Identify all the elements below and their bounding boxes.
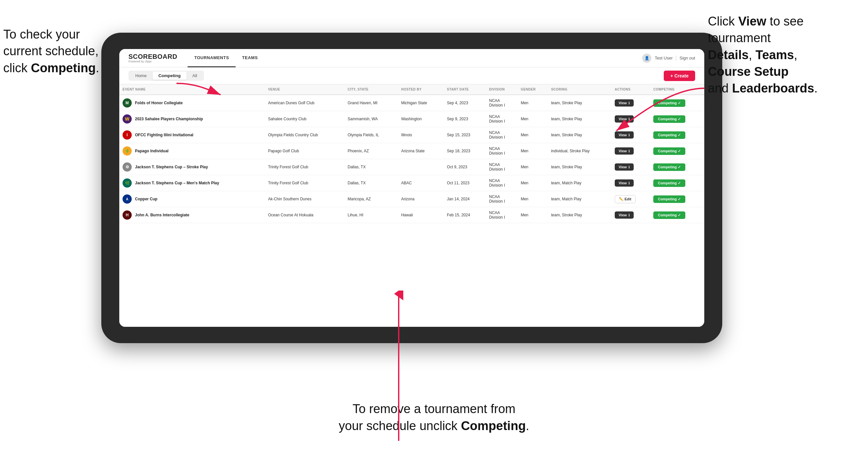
team-logo: ⚙ (123, 162, 132, 172)
event-name-cell: ⚙ Jackson T. Stephens Cup – Stroke Play (119, 159, 265, 175)
annotation-bottom: To remove a tournament fromyour schedule… (287, 401, 581, 434)
event-name: 2023 Sahalee Players Championship (135, 117, 203, 121)
competing-button[interactable]: Competing ✓ (653, 163, 685, 171)
divider (676, 56, 676, 61)
team-logo: 🌵 (123, 147, 132, 156)
annotation-top-right: Click View to seetournamentDetails, Team… (708, 13, 865, 97)
hosted-by-cell: Michigan State (398, 95, 443, 111)
header-right: 👤 Test User Sign out (642, 54, 695, 63)
hosted-by-cell: Hawaii (398, 207, 443, 223)
division-cell: NCAADivision I (486, 111, 518, 127)
arrow-tl (92, 64, 222, 103)
division-cell: NCAADivision I (486, 191, 518, 207)
team-logo: I (123, 130, 132, 139)
start-date-cell: Sep 4, 2023 (444, 95, 486, 111)
event-name-cell: A Copper Cup (119, 191, 265, 207)
action-cell: View ℹ (612, 207, 650, 223)
col-scoring: SCORING (548, 84, 612, 95)
start-date-cell: Sep 18, 2023 (444, 143, 486, 159)
event-name: Copper Cup (135, 197, 157, 201)
view-button[interactable]: View ℹ (615, 179, 634, 187)
logo-title: SCOREBOARD (128, 53, 177, 60)
division-cell: NCAADivision I (486, 207, 518, 223)
scoring-cell: team, Stroke Play (548, 127, 612, 143)
competing-cell: Competing ✓ (650, 191, 704, 207)
start-date-cell: Feb 15, 2024 (444, 207, 486, 223)
hosted-by-cell (398, 159, 443, 175)
arrow-bottom (392, 290, 405, 441)
hosted-by-cell: Arizona (398, 191, 443, 207)
view-button[interactable]: View ℹ (615, 147, 634, 155)
team-logo: 🌿 (123, 179, 132, 188)
table-row: ⚙ Jackson T. Stephens Cup – Stroke Play … (119, 159, 704, 175)
col-start-date: START DATE (444, 84, 486, 95)
hosted-by-cell: Arizona State (398, 143, 443, 159)
table-row: A Copper Cup Ak-Chin Southern DunesMaric… (119, 191, 704, 207)
col-division: DIVISION (486, 84, 518, 95)
gender-cell: Men (517, 207, 548, 223)
logo: SCOREBOARD Powered by clippi (128, 53, 177, 63)
event-name: Papago Individual (135, 149, 168, 153)
user-icon: 👤 (642, 54, 651, 63)
gender-cell: Men (517, 143, 548, 159)
competing-cell: Competing ✓ (650, 175, 704, 191)
start-date-cell: Sep 15, 2023 (444, 127, 486, 143)
competing-button[interactable]: Competing ✓ (653, 147, 685, 155)
scoring-cell: team, Match Play (548, 191, 612, 207)
col-venue: VENUE (265, 84, 344, 95)
start-date-cell: Sep 9, 2023 (444, 111, 486, 127)
scoring-cell: team, Stroke Play (548, 95, 612, 111)
col-hosted-by: HOSTED BY (398, 84, 443, 95)
city-state-cell: Sammamish, WA (344, 111, 398, 127)
gender-cell: Men (517, 95, 548, 111)
city-state-cell: Dallas, TX (344, 175, 398, 191)
event-name-cell: I OFCC Fighting Illini Invitational (119, 127, 265, 143)
competing-button[interactable]: Competing ✓ (653, 179, 685, 187)
scoring-cell: team, Stroke Play (548, 159, 612, 175)
event-name: OFCC Fighting Illini Invitational (135, 133, 193, 137)
venue-cell: Papago Golf Club (265, 143, 344, 159)
col-gender: GENDER (517, 84, 548, 95)
logo-subtitle: Powered by clippi (128, 60, 177, 63)
scoring-cell: team, Match Play (548, 175, 612, 191)
city-state-cell: Phoenix, AZ (344, 143, 398, 159)
start-date-cell: Oct 11, 2023 (444, 175, 486, 191)
venue-cell: Sahalee Country Club (265, 111, 344, 127)
signout-link[interactable]: Sign out (679, 56, 695, 60)
action-cell: View ℹ (612, 175, 650, 191)
city-state-cell: Olympia Fields, IL (344, 127, 398, 143)
venue-cell: Olympia Fields Country Club (265, 127, 344, 143)
scoring-cell: team, Stroke Play (548, 207, 612, 223)
venue-cell: Ak-Chin Southern Dunes (265, 191, 344, 207)
gender-cell: Men (517, 159, 548, 175)
scoring-cell: individual, Stroke Play (548, 143, 612, 159)
hosted-by-cell: Illinois (398, 127, 443, 143)
city-state-cell: Dallas, TX (344, 159, 398, 175)
nav-teams[interactable]: TEAMS (236, 49, 265, 67)
venue-cell: Trinity Forest Golf Club (265, 175, 344, 191)
gender-cell: Men (517, 111, 548, 127)
gender-cell: Men (517, 127, 548, 143)
table-row: 🌿 Jackson T. Stephens Cup – Men's Match … (119, 175, 704, 191)
competing-button[interactable]: Competing ✓ (653, 212, 685, 219)
team-logo: A (123, 194, 132, 204)
event-name-cell: H John A. Burns Intercollegiate (119, 207, 265, 223)
venue-cell: Trinity Forest Golf Club (265, 159, 344, 175)
division-cell: NCAADivision I (486, 159, 518, 175)
gender-cell: Men (517, 175, 548, 191)
view-button[interactable]: View ℹ (615, 163, 634, 170)
create-button[interactable]: + Create (664, 71, 695, 81)
competing-button[interactable]: Competing ✓ (653, 195, 685, 203)
table-row: 🌵 Papago Individual Papago Golf ClubPhoe… (119, 143, 704, 159)
gender-cell: Men (517, 191, 548, 207)
city-state-cell: Maricopa, AZ (344, 191, 398, 207)
competing-cell: Competing ✓ (650, 159, 704, 175)
edit-button[interactable]: ✏️ Edit (615, 195, 636, 203)
scoring-cell: team, Stroke Play (548, 111, 612, 127)
view-button[interactable]: View ℹ (615, 212, 634, 219)
event-name: John A. Burns Intercollegiate (135, 213, 189, 217)
event-name-cell: W 2023 Sahalee Players Championship (119, 111, 265, 127)
action-cell: ✏️ Edit (612, 191, 650, 207)
hosted-by-cell: ABAC (398, 175, 443, 191)
start-date-cell: Oct 9, 2023 (444, 159, 486, 175)
